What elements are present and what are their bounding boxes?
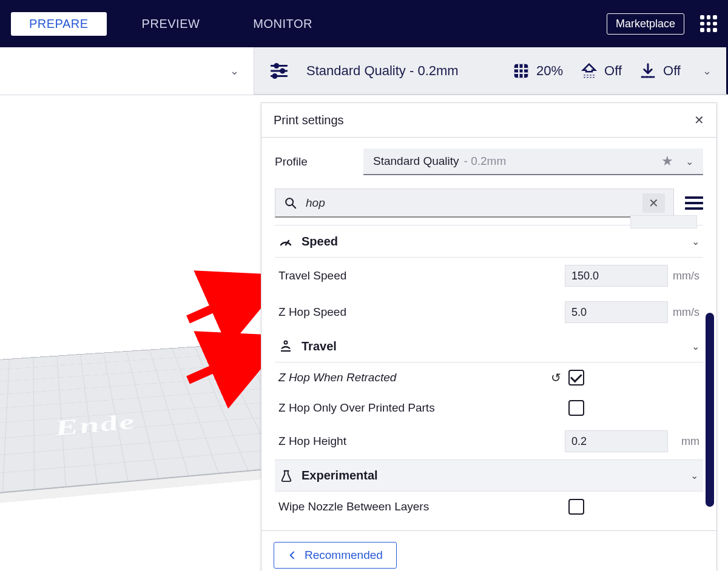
summary-quality: Standard Quality - 0.2mm [306,63,459,79]
svg-line-10 [292,204,296,208]
settings-search[interactable]: ✕ [275,189,674,218]
print-summary-bar[interactable]: Standard Quality - 0.2mm 20% Off [254,47,728,95]
setting-label: Z Hop Speed [278,306,565,319]
panel-titlebar: Print settings ✕ [261,103,716,138]
support-icon [580,62,598,80]
setting-z-hop-speed: Z Hop Speed mm/s [275,294,703,330]
setting-label: Wipe Nozzle Between Layers [278,500,547,513]
recommended-label: Recommended [305,549,383,562]
subheader: ⌄ Standard Quality - 0.2mm 20% [0,47,728,95]
summary-adhesion-value: Off [663,63,681,79]
search-icon [284,196,297,210]
adhesion-icon [639,62,657,80]
summary-support-value: Off [604,63,622,79]
clear-icon[interactable]: ✕ [642,193,665,213]
tab-prepare[interactable]: PREPARE [11,12,107,36]
close-icon[interactable]: ✕ [694,113,704,127]
setting-unit: mm [668,435,699,448]
marketplace-button[interactable]: Marketplace [607,13,684,35]
chevron-down-icon[interactable]: ⌄ [692,341,699,352]
tab-monitor[interactable]: MONITOR [235,12,331,36]
summary-infill: 20% [512,62,563,80]
chevron-down-icon[interactable]: ⌄ [690,470,698,481]
profile-select[interactable]: Standard Quality - 0.2mm ★ ⌄ [363,149,703,175]
top-tabs: PREPARE PREVIEW MONITOR [11,12,331,36]
setting-unit: mm/s [668,270,699,282]
scrollbar-thumb[interactable] [706,313,714,507]
section-speed[interactable]: Speed ⌄ [275,225,703,258]
setting-label: Z Hop Only Over Printed Parts [278,401,547,415]
summary-adhesion: Off [639,62,681,80]
printer-dropdown[interactable]: ⌄ [0,47,254,95]
print-settings-panel: Print settings ✕ Profile Standard Qualit… [261,102,717,571]
z-hop-speed-input[interactable] [565,301,668,323]
summary-support: Off [580,62,622,80]
profile-label: Profile [275,155,348,169]
summary-infill-value: 20% [536,63,563,79]
setting-unit: mm/s [668,306,699,319]
z-hop-height-input[interactable] [565,430,668,452]
setting-label: Z Hop When Retracted [278,371,547,384]
section-speed-title: Speed [302,235,338,249]
profile-suffix: - 0.2mm [464,155,507,168]
setting-z-hop-printed: Z Hop Only Over Printed Parts [275,393,703,423]
sliders-icon [269,61,289,81]
infill-icon [512,62,530,80]
z-hop-retracted-checkbox[interactable] [568,370,584,386]
svg-rect-6 [514,64,528,78]
z-hop-printed-checkbox[interactable] [568,400,584,416]
settings-search-input[interactable] [306,196,634,210]
svg-point-5 [273,74,277,78]
travel-speed-input[interactable] [565,265,668,287]
empty-field [630,215,697,229]
chevron-down-icon: ⌄ [686,156,693,167]
settings-menu-icon[interactable] [685,196,703,210]
setting-label: Z Hop Height [278,435,565,448]
svg-point-12 [285,341,288,344]
section-travel[interactable]: Travel ⌄ [275,330,703,362]
svg-point-1 [275,64,278,67]
svg-point-3 [281,68,285,72]
app-grid-icon[interactable] [700,15,717,32]
wipe-nozzle-checkbox[interactable] [568,499,584,515]
travel-icon [278,339,293,353]
setting-travel-speed: Travel Speed mm/s [275,258,703,294]
chevron-down-icon[interactable]: ⌄ [703,64,712,78]
setting-wipe-nozzle: Wipe Nozzle Between Layers [275,492,703,522]
main-area: Ende Print settings ✕ Profile Standard Q… [0,95,728,571]
section-travel-title: Travel [302,339,337,353]
chevron-down-icon: ⌄ [230,64,239,78]
section-experimental[interactable]: Experimental ⌄ [275,459,703,492]
section-experimental-title: Experimental [302,469,378,483]
tab-preview[interactable]: PREVIEW [124,12,218,36]
setting-z-hop-retracted: Z Hop When Retracted ↺ [275,362,703,393]
chevron-down-icon[interactable]: ⌄ [692,236,699,247]
speed-icon [278,234,293,249]
star-icon[interactable]: ★ [661,153,673,169]
panel-title: Print settings [274,113,344,127]
top-nav: PREPARE PREVIEW MONITOR Marketplace [0,0,728,47]
setting-z-hop-height: Z Hop Height mm [275,423,703,459]
profile-name: Standard Quality [373,155,459,168]
reset-icon[interactable]: ↺ [547,370,565,385]
setting-label: Travel Speed [278,269,565,282]
flask-icon [280,469,293,483]
recommended-button[interactable]: Recommended [274,542,397,569]
chevron-left-icon [288,550,297,560]
